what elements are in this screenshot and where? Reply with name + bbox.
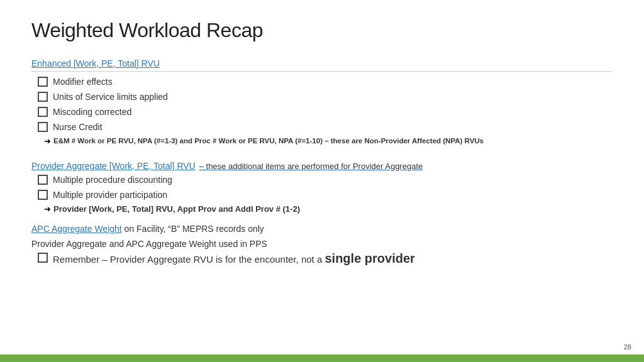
slide-container: Weighted Workload Recap Enhanced [Work, … — [0, 0, 644, 362]
checkbox-icon — [38, 190, 48, 200]
bullet-text: Nurse Credit — [53, 121, 103, 134]
bottom-bar — [0, 354, 644, 362]
bullet-text: Units of Service limits applied — [53, 90, 168, 104]
list-item: Units of Service limits applied — [38, 90, 613, 104]
section-divider-1 — [31, 71, 613, 72]
enhanced-rvu-header-text: Enhanced [Work, PE, Total] RVU — [31, 58, 160, 69]
checkbox-icon — [38, 107, 48, 117]
bullet-text: Multiple provider participation — [53, 189, 167, 202]
apc-header-text: APC Aggregate Weight — [31, 224, 122, 234]
bullet-text: Modifier effects — [53, 75, 113, 89]
slide-title: Weighted Workload Recap — [31, 19, 613, 42]
list-item: Modifier effects — [38, 75, 613, 89]
page-number: 28 — [624, 343, 631, 351]
provider-aggregate-header: Provider Aggregate [Work, PE, Total] RVU… — [31, 161, 613, 171]
checkbox-icon — [38, 92, 48, 102]
checkbox-icon — [38, 77, 48, 87]
enhanced-rvu-section: Enhanced [Work, PE, Total] RVU Modifier … — [31, 53, 613, 150]
bottom-section: Provider Aggregate and APC Aggregate Wei… — [31, 234, 613, 266]
list-item: Nurse Credit — [38, 121, 613, 134]
remember-highlight: single provider — [325, 251, 414, 265]
provider-aggregate-header-text: Provider Aggregate [Work, PE, Total] RVU — [31, 161, 196, 171]
checkbox-icon — [38, 175, 48, 185]
content-area: Enhanced [Work, PE, Total] RVU Modifier … — [31, 53, 613, 324]
arrow-icon: ➜ — [44, 204, 51, 215]
arrow-note-2: ➜ Provider [Work, PE, Total] RVU, Appt P… — [44, 204, 613, 215]
list-item: Multiple provider participation — [38, 189, 613, 202]
list-item: Miscoding corrected — [38, 106, 613, 119]
arrow-note-text: E&M # Work or PE RVU, NPA (#=1-3) and Pr… — [53, 136, 484, 146]
remember-text-before: Remember – Provider Aggregate RVU is for… — [53, 254, 325, 265]
provider-aggregate-section: Provider Aggregate [Work, PE, Total] RVU… — [31, 156, 613, 217]
provider-aggregate-bullet-list: Multiple procedure discounting Multiple … — [38, 173, 613, 215]
enhanced-rvu-header: Enhanced [Work, PE, Total] RVU — [31, 58, 613, 69]
remember-text: Remember – Provider Aggregate RVU is for… — [53, 251, 415, 266]
arrow-icon: ➜ — [44, 136, 51, 147]
enhanced-rvu-bullet-list: Modifier effects Units of Service limits… — [38, 75, 613, 147]
bottom-main-text: Provider Aggregate and APC Aggregate Wei… — [31, 239, 613, 249]
checkbox-icon — [38, 122, 48, 132]
arrow-note-text: Provider [Work, PE, Total] RVU, Appt Pro… — [53, 204, 300, 215]
list-item: Multiple procedure discounting — [38, 173, 613, 187]
bullet-text: Multiple procedure discounting — [53, 173, 172, 187]
arrow-note-1: ➜ E&M # Work or PE RVU, NPA (#=1-3) and … — [44, 136, 613, 147]
apc-section: APC Aggregate Weight on Facility, “B” ME… — [31, 224, 613, 234]
remember-checkbox-icon — [38, 253, 48, 263]
remember-item: Remember – Provider Aggregate RVU is for… — [38, 251, 613, 266]
apc-suffix: on Facility, “B” MEPRS records only — [122, 224, 264, 234]
provider-aggregate-header-suffix: – these additional items are performed f… — [199, 162, 423, 171]
bullet-text: Miscoding corrected — [53, 106, 131, 119]
